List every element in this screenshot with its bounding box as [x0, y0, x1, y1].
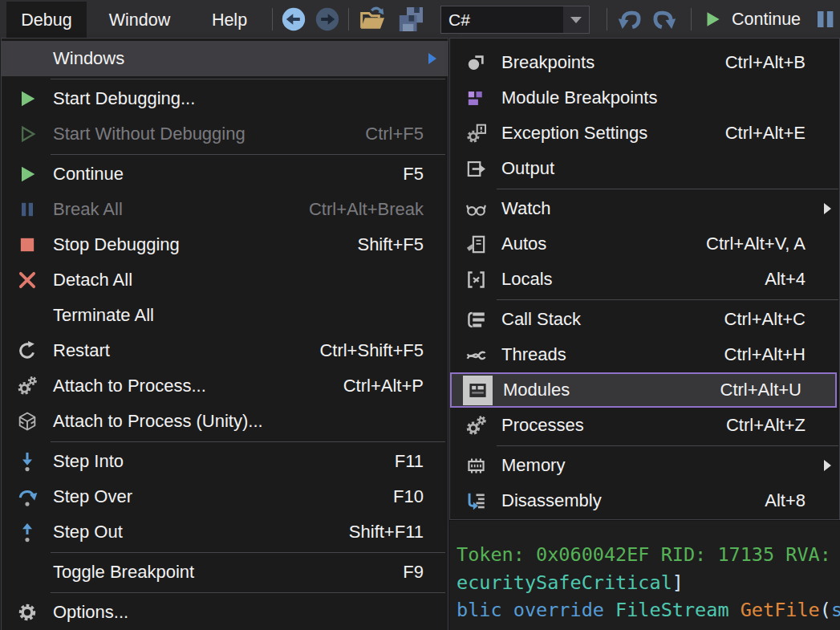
submenu-item-modules[interactable]: Modules Ctrl+Alt+U — [450, 372, 837, 408]
code-token: blic override — [457, 599, 615, 621]
menu-item-label: Module Breakpoints — [501, 87, 657, 108]
menu-item-label: Terminate All — [53, 305, 154, 326]
undo-button[interactable] — [615, 4, 645, 35]
menu-item-stop-debugging[interactable]: Stop Debugging Shift+F5 — [2, 227, 448, 262]
memory-icon — [450, 454, 501, 478]
vs-window: Debug Window Help C# — [0, 0, 840, 630]
break-all-button[interactable] — [814, 7, 838, 31]
menubar: Debug Window Help — [6, 2, 266, 39]
menu-item-label: Break All — [53, 199, 123, 220]
menu-item-shortcut: Alt+4 — [765, 269, 839, 290]
submenu-item-memory[interactable]: Memory — [450, 448, 839, 483]
code-token: ( — [820, 599, 831, 621]
menu-item-label: Start Debugging... — [53, 88, 195, 109]
toolbar-separator — [348, 8, 349, 30]
menu-item-label: Start Without Debugging — [53, 124, 246, 144]
menu-item-step-out[interactable]: Step Out Shift+F11 — [2, 514, 448, 550]
breakpoints-icon — [450, 51, 501, 75]
submenu-item-locals[interactable]: Locals Alt+4 — [450, 262, 839, 297]
menu-item-label: Memory — [501, 455, 565, 476]
submenu-item-breakpoints[interactable]: Breakpoints Ctrl+Alt+B — [450, 45, 839, 80]
step-over-icon — [2, 486, 53, 508]
menu-item-label: Toggle Breakpoint — [53, 562, 194, 583]
menu-item-step-over[interactable]: Step Over F10 — [2, 479, 448, 514]
menu-item-shortcut: F5 — [403, 164, 448, 185]
menu-item-start-without-debugging[interactable]: Start Without Debugging Ctrl+F5 — [2, 116, 448, 152]
threads-icon — [450, 343, 501, 367]
submenu-item-module-breakpoints[interactable]: Module Breakpoints — [450, 80, 839, 116]
code-token: ] — [672, 571, 684, 594]
combo-dropdown-button[interactable] — [563, 6, 589, 33]
break-all-icon — [814, 7, 838, 31]
detach-x-icon — [2, 269, 53, 291]
menu-item-step-into[interactable]: Step Into F11 — [2, 444, 448, 479]
menu-item-label: Modules — [503, 380, 570, 400]
menu-item-shortcut: Ctrl+Alt+H — [724, 344, 839, 365]
submenu-item-threads[interactable]: Threads Ctrl+Alt+H — [450, 337, 839, 372]
exception-settings-icon — [450, 122, 501, 145]
menu-item-label: Call Stack — [501, 309, 581, 330]
code-token: ecuritySafeCritical — [457, 571, 672, 594]
submenu-item-watch[interactable]: Watch — [450, 191, 839, 226]
open-file-button[interactable] — [356, 3, 388, 35]
language-combo-value: C# — [441, 10, 563, 30]
submenu-item-call-stack[interactable]: Call Stack Ctrl+Alt+C — [450, 302, 839, 337]
save-all-button[interactable] — [395, 3, 427, 35]
menu-item-attach-to-process-unity[interactable]: Attach to Process (Unity)... — [2, 404, 448, 439]
menu-help[interactable]: Help — [193, 2, 266, 39]
submenu-item-autos[interactable]: Autos Ctrl+Alt+V, A — [450, 226, 839, 262]
menu-item-shortcut: Ctrl+Alt+U — [720, 380, 835, 400]
forward-button[interactable] — [314, 6, 341, 33]
menu-item-toggle-breakpoint[interactable]: Toggle Breakpoint F9 — [2, 555, 448, 590]
menu-item-label: Windows — [53, 48, 124, 69]
menu-item-terminate-all[interactable]: Terminate All — [2, 298, 448, 333]
call-stack-icon — [450, 308, 501, 331]
menu-debug[interactable]: Debug — [6, 2, 87, 39]
modules-icon-box — [452, 376, 503, 405]
redo-button[interactable] — [649, 4, 680, 35]
back-button[interactable] — [280, 6, 307, 33]
toolbar-separator — [607, 8, 607, 30]
code-token: GetFile — [741, 599, 820, 621]
menu-item-label: Autos — [501, 234, 546, 254]
menu-item-start-debugging[interactable]: Start Debugging... — [2, 81, 448, 116]
submenu-item-processes[interactable]: Processes Ctrl+Alt+Z — [450, 408, 839, 443]
menu-item-windows[interactable]: Windows — [2, 41, 448, 76]
menu-item-label: Threads — [501, 344, 566, 365]
output-icon — [450, 157, 501, 181]
language-combo[interactable]: C# — [440, 6, 590, 34]
menu-item-label: Disassembly — [501, 490, 602, 511]
continue-button[interactable]: Continue — [702, 9, 801, 30]
locals-icon — [450, 268, 501, 291]
menu-item-shortcut: Ctrl+Alt+P — [343, 376, 448, 396]
code-token: Token: 0x060042EF RID: 17135 RVA: — [457, 543, 831, 566]
unity-cube-icon — [2, 410, 53, 433]
code-token: FileStream — [615, 599, 741, 621]
menu-item-shortcut: Ctrl+Alt+B — [725, 52, 839, 73]
menu-item-detach-all[interactable]: Detach All — [2, 262, 448, 298]
submenu-arrow-icon — [824, 460, 831, 471]
submenu-item-disassembly[interactable]: Disassembly Alt+8 — [450, 483, 839, 518]
menu-item-shortcut: Ctrl+Alt+Z — [726, 415, 839, 436]
menu-item-options[interactable]: Options... — [2, 595, 448, 630]
code-line: blic override FileStream GetFile(st — [457, 596, 840, 624]
menu-item-label: Step Over — [53, 486, 132, 507]
submenu-item-exception-settings[interactable]: Exception Settings Ctrl+Alt+E — [450, 116, 839, 151]
code-line: Token: 0x060042EF RID: 17135 RVA: — [457, 541, 840, 569]
windows-submenu: Breakpoints Ctrl+Alt+B Module Breakpoint… — [449, 38, 840, 520]
menu-item-shortcut: Ctrl+Alt+E — [725, 123, 839, 144]
menu-window[interactable]: Window — [87, 2, 193, 39]
menu-item-continue[interactable]: Continue F5 — [2, 156, 448, 192]
menu-item-break-all[interactable]: Break All Ctrl+Alt+Break — [2, 192, 448, 227]
menu-item-attach-to-process[interactable]: Attach to Process... Ctrl+Alt+P — [2, 368, 448, 404]
menu-item-label: Watch — [501, 198, 551, 219]
menubar-toolbar: Debug Window Help C# — [0, 0, 840, 39]
submenu-item-output[interactable]: Output — [450, 151, 839, 186]
gears-icon — [2, 375, 53, 397]
forward-icon — [314, 6, 341, 33]
menu-item-label: Exception Settings — [501, 123, 647, 144]
menu-item-shortcut: Ctrl+Alt+C — [724, 309, 839, 330]
menu-item-restart[interactable]: Restart Ctrl+Shift+F5 — [2, 333, 448, 368]
code-editor[interactable]: Token: 0x060042EF RID: 17135 RVA: ecurit… — [449, 521, 840, 630]
play-green-icon — [2, 87, 53, 110]
